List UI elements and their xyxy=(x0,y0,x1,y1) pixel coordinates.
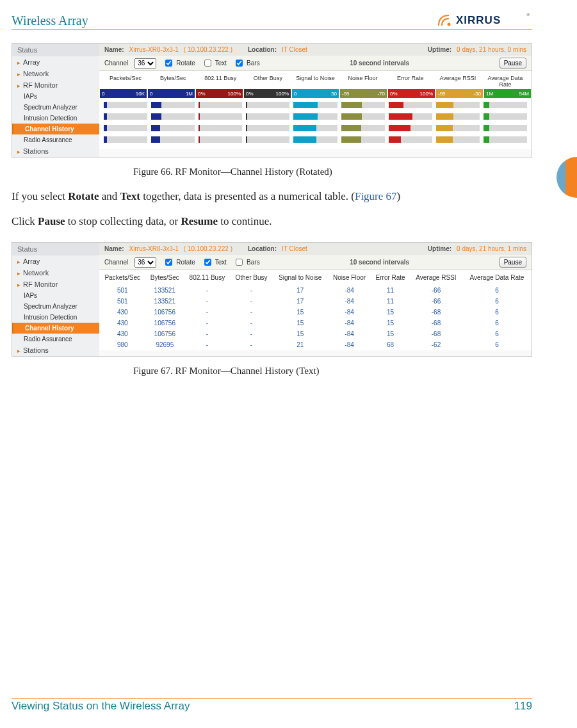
name-val: Xirrus-XR8-3x3-1 xyxy=(129,245,179,252)
table-cell: - xyxy=(184,296,231,307)
nav-network[interactable]: Network xyxy=(12,68,99,79)
table-cell: 15 xyxy=(272,328,328,339)
table-row: 430106756--15-8415-686 xyxy=(99,318,532,328)
figure-67: Status Array Network RF Monitor IAPs Spe… xyxy=(12,242,532,376)
scale-cell: 0%100% xyxy=(196,89,243,98)
table-cell: - xyxy=(184,285,231,296)
nav-ids[interactable]: Intrusion Detection xyxy=(12,113,99,124)
table-cell: 17 xyxy=(272,285,328,296)
channel-label: Channel xyxy=(104,60,128,67)
table-cell: 17 xyxy=(272,296,328,307)
pause-button[interactable]: Pause xyxy=(500,58,526,69)
bar-cell xyxy=(246,136,289,143)
column-header: Other Busy xyxy=(231,270,273,285)
column-header: Other Busy xyxy=(244,75,291,88)
nav-network[interactable]: Network xyxy=(12,267,99,279)
table-cell: - xyxy=(231,307,273,318)
nav-radio[interactable]: Radio Assurance xyxy=(12,134,99,145)
nav-radio[interactable]: Radio Assurance xyxy=(12,334,99,344)
nav-rfmonitor[interactable]: RF Monitor xyxy=(12,79,99,91)
table-row: 430106756--15-8415-686 xyxy=(99,307,532,318)
table-cell: 133521 xyxy=(145,296,184,307)
nav-spectrum[interactable]: Spectrum Analyzer xyxy=(12,102,99,113)
table-cell: - xyxy=(231,328,273,339)
table-cell: 133521 xyxy=(145,285,184,296)
rotate-check[interactable]: Rotate xyxy=(163,257,195,268)
column-header: Error Rate xyxy=(387,75,434,88)
figure-67-caption: Figure 67. RF Monitor—Channel History (T… xyxy=(133,366,532,376)
bar-cell xyxy=(151,125,195,131)
table-row: 501133521--17-8411-666 xyxy=(99,285,532,296)
rotate-check[interactable]: Rotate xyxy=(163,58,195,69)
figure-67-link[interactable]: Figure 67 xyxy=(355,190,397,202)
bars-row xyxy=(102,135,529,145)
bars-check[interactable]: Bars xyxy=(233,257,260,268)
nav-iaps[interactable]: IAPs xyxy=(12,91,99,102)
column-header: Average RSSI xyxy=(410,270,462,285)
table-cell: -68 xyxy=(410,307,462,318)
bars-check[interactable]: Bars xyxy=(233,58,260,69)
column-header: Packets/Sec xyxy=(102,75,149,88)
bar-cell xyxy=(104,102,147,108)
nav-array[interactable]: Array xyxy=(12,56,99,68)
paragraph-2: Click Pause to stop collecting data, or … xyxy=(12,214,532,230)
bar-cell xyxy=(389,102,432,108)
table-cell: 430 xyxy=(99,307,145,318)
nav-spectrum[interactable]: Spectrum Analyzer xyxy=(12,301,99,312)
loc-label: Location: xyxy=(248,46,277,53)
bar-cell xyxy=(293,136,337,143)
pause-button[interactable]: Pause xyxy=(500,257,526,268)
table-cell: - xyxy=(184,328,231,339)
name-ip: ( 10.100.23.222 ) xyxy=(184,245,232,252)
table-cell: -84 xyxy=(328,318,371,328)
channel-select[interactable]: 36 xyxy=(134,58,156,69)
nav-array[interactable]: Array xyxy=(12,255,99,267)
table-cell: 15 xyxy=(272,318,328,328)
bar-cell xyxy=(246,113,289,120)
status-sidenav-2: Status Array Network RF Monitor IAPs Spe… xyxy=(12,243,99,356)
table-cell: 106756 xyxy=(145,328,184,339)
bar-cell xyxy=(436,113,480,120)
status-sidenav: Status Array Network RF Monitor IAPs Spe… xyxy=(12,44,99,157)
text-check[interactable]: Text xyxy=(202,257,227,268)
loc-val: IT Closet xyxy=(282,245,307,252)
bars-row xyxy=(102,124,529,134)
text-check[interactable]: Text xyxy=(202,58,227,69)
nav-iaps[interactable]: IAPs xyxy=(12,290,99,301)
name-label: Name: xyxy=(104,46,124,53)
nav-channel-history[interactable]: Channel History xyxy=(12,323,99,334)
table-cell: -68 xyxy=(410,328,462,339)
bar-cell xyxy=(484,102,527,108)
nav-stations[interactable]: Stations xyxy=(12,344,99,356)
xirrus-logo: XIRRUS ® xyxy=(436,12,532,28)
bar-cell xyxy=(484,113,527,120)
svg-text:®: ® xyxy=(526,12,530,17)
info-row: Name: Xirrus-XR8-3x3-1 ( 10.100.23.222 )… xyxy=(99,243,532,255)
table-cell: 980 xyxy=(99,339,145,350)
table-cell: 11 xyxy=(371,296,410,307)
column-header: 802.11 Busy xyxy=(197,75,244,88)
table-cell: -68 xyxy=(410,318,462,328)
bar-cell xyxy=(151,136,195,143)
table-cell: 6 xyxy=(462,339,532,350)
table-cell: 15 xyxy=(272,307,328,318)
bar-cell xyxy=(436,125,480,131)
table-cell: - xyxy=(231,285,273,296)
bar-cell xyxy=(151,102,195,108)
nav-rfmonitor[interactable]: RF Monitor xyxy=(12,279,99,290)
table-cell: - xyxy=(184,318,231,328)
table-cell: 501 xyxy=(99,296,145,307)
bar-cell xyxy=(199,125,242,131)
table-cell: - xyxy=(231,318,273,328)
table-cell: -84 xyxy=(328,328,371,339)
nav-channel-history[interactable]: Channel History xyxy=(12,124,99,134)
scale-cell: 030 xyxy=(292,89,339,98)
nav-head: Status xyxy=(12,243,99,255)
bar-cell xyxy=(246,125,289,131)
table-cell: - xyxy=(184,339,231,350)
nav-ids[interactable]: Intrusion Detection xyxy=(12,312,99,323)
page-number: 119 xyxy=(514,700,532,713)
nav-stations[interactable]: Stations xyxy=(12,145,99,157)
channel-select[interactable]: 36 xyxy=(134,257,156,268)
loc-label: Location: xyxy=(248,245,277,252)
